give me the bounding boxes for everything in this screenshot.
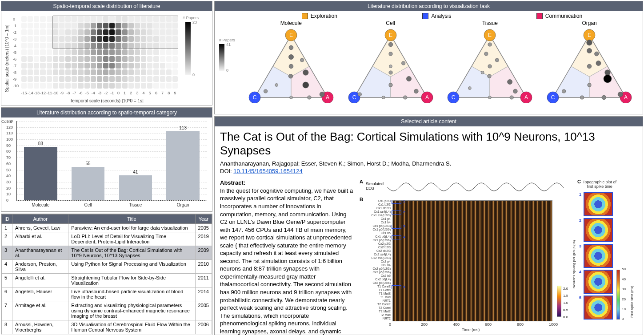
heatmap-cell[interactable] [84,56,90,62]
heatmap-cell[interactable] [172,49,178,55]
heatmap-cell[interactable] [109,29,115,35]
heatmap-cell[interactable] [40,16,45,22]
legend-item[interactable]: Analysis [422,13,451,19]
heatmap-cell[interactable] [65,49,71,55]
heatmap-cell[interactable] [47,63,52,69]
heatmap-cell[interactable] [84,63,90,69]
heatmap-cell[interactable] [97,69,102,75]
heatmap-cell[interactable] [34,36,39,42]
triangle-cell[interactable]: CellECA [346,20,435,104]
heatmap-cell[interactable] [103,29,108,35]
heatmap-cell[interactable] [34,16,39,22]
heatmap-cell[interactable] [147,29,152,35]
table-row[interactable]: 2Alharbi et al.LoD PLI: Level of Detail … [2,232,212,246]
heatmap-cell[interactable] [97,36,102,42]
heatmap-cell[interactable] [166,23,172,28]
heatmap-cell[interactable] [40,56,45,62]
heatmap-cell[interactable] [40,83,45,89]
heatmap-cell[interactable] [109,76,115,82]
heatmap-cell[interactable] [65,29,71,35]
heatmap-cell[interactable] [135,69,140,75]
heatmap-cell[interactable] [47,23,52,28]
heatmap-cell[interactable] [84,36,90,42]
heatmap-cell[interactable] [122,36,128,42]
heatmap-cell[interactable] [122,76,128,82]
heatmap-cell[interactable] [153,76,159,82]
heatmap-cell[interactable] [141,29,146,35]
heatmap-cell[interactable] [21,23,27,28]
heatmap-cell[interactable] [59,16,64,22]
heatmap-cell[interactable] [166,16,172,22]
heatmap-cell[interactable] [78,63,83,69]
heatmap-cell[interactable] [153,63,159,69]
heatmap-cell[interactable] [84,69,90,75]
heatmap-cell[interactable] [47,56,52,62]
heatmap-cell[interactable] [78,69,83,75]
heatmap-cell[interactable] [34,49,39,55]
heatmap-cell[interactable] [59,36,64,42]
heatmap-cell[interactable] [172,16,178,22]
heatmap-cell[interactable] [40,49,45,55]
heatmap-cell[interactable] [72,49,77,55]
triangle-tissue[interactable]: TissueECA [445,20,534,104]
heatmap-cell[interactable] [116,76,121,82]
heatmap-cell[interactable] [84,76,90,82]
heatmap-cell[interactable] [59,69,64,75]
heatmap-cell[interactable] [103,16,108,22]
heatmap-cell[interactable] [91,56,96,62]
heatmap-cell[interactable] [172,43,178,49]
heatmap-cell[interactable] [84,29,90,35]
heatmap-cell[interactable] [47,49,52,55]
heatmap-cell[interactable] [47,69,52,75]
heatmap-cell[interactable] [59,56,64,62]
heatmap-cell[interactable] [160,63,165,69]
heatmap-cell[interactable] [97,63,102,69]
heatmap-cell[interactable] [147,43,152,49]
heatmap-cell[interactable] [59,83,64,89]
heatmap-cell[interactable] [122,49,128,55]
heatmap-cell[interactable] [91,36,96,42]
heatmap-cell[interactable] [103,69,108,75]
heatmap-cell[interactable] [135,36,140,42]
heatmap-cell[interactable] [47,43,52,49]
heatmap-cell[interactable] [141,49,146,55]
heatmap-cell[interactable] [78,16,83,22]
heatmap-cell[interactable] [160,23,165,28]
heatmap-cell[interactable] [122,16,128,22]
heatmap-cell[interactable] [28,63,33,69]
heatmap-cell[interactable] [153,16,159,22]
heatmap-cell[interactable] [153,69,159,75]
heatmap-cell[interactable] [135,76,140,82]
heatmap-cell[interactable] [128,56,134,62]
heatmap-cell[interactable] [53,16,58,22]
heatmap-cell[interactable] [128,83,134,89]
heatmap-cell[interactable] [122,83,128,89]
heatmap-cell[interactable] [166,56,172,62]
heatmap-cell[interactable] [135,49,140,55]
heatmap-cell[interactable] [128,23,134,28]
heatmap-cell[interactable] [72,23,77,28]
heatmap-cell[interactable] [21,69,27,75]
heatmap-cell[interactable] [28,29,33,35]
heatmap-cell[interactable] [28,43,33,49]
heatmap-cell[interactable] [21,29,27,35]
heatmap-cell[interactable] [160,43,165,49]
heatmap-cell[interactable] [135,63,140,69]
heatmap-cell[interactable] [103,49,108,55]
table-header[interactable]: ID [2,215,12,224]
heatmap-cell[interactable] [116,63,121,69]
heatmap-cell[interactable] [172,63,178,69]
heatmap-cell[interactable] [34,69,39,75]
heatmap-cell[interactable] [53,69,58,75]
heatmap-cell[interactable] [40,29,45,35]
heatmap-cell[interactable] [109,63,115,69]
heatmap-cell[interactable] [153,56,159,62]
heatmap-cell[interactable] [78,43,83,49]
heatmap-cell[interactable] [141,16,146,22]
heatmap-cell[interactable] [147,36,152,42]
heatmap-cell[interactable] [21,76,27,82]
heatmap-cell[interactable] [21,43,27,49]
heatmap-cell[interactable] [84,83,90,89]
heatmap-cell[interactable] [72,43,77,49]
heatmap-cell[interactable] [97,29,102,35]
